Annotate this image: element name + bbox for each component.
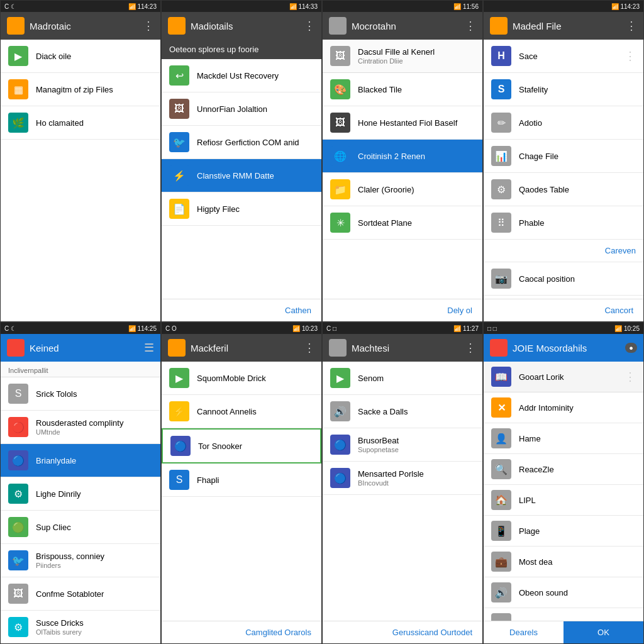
toolbar-title-2: Madiotails [191, 21, 233, 31]
item-title: Confme Sotabloter [36, 589, 153, 599]
panel-bottom-center-left: C O 📶 10:23 Mackferil ⋮ ▶ SquomMoble Dri… [161, 322, 322, 644]
list-item-selected[interactable]: ⚡ Clanstive RMM Datte [162, 159, 321, 192]
list-area-8: ✕ Addr Intominity 👤 Hame 🔍 ReaceZle 🏠 LI… [484, 392, 643, 621]
item-icon: 🔍 [491, 459, 511, 479]
more-options-7[interactable]: ⋮ [465, 341, 476, 355]
list-item-link[interactable]: Careven [484, 240, 643, 262]
list-item[interactable]: ✳ Sortdeat Plane [323, 206, 482, 240]
item-title: Senom [358, 374, 475, 383]
list-item[interactable]: 🎨 Blacked Tile [323, 73, 482, 106]
list-item[interactable]: 📁 Claler (Groorie) [323, 173, 482, 206]
more-options-4[interactable]: ⋮ [626, 19, 637, 33]
list-item[interactable]: ▶ Diack oile [1, 40, 160, 73]
panel-top-left: C ☾ 📶 114:23 Madrotaic ⋮ ▶ Diack oile ▦ … [0, 0, 161, 322]
list-item[interactable]: H Sace ⋮ [484, 40, 643, 73]
item-more[interactable]: ⋮ [625, 49, 636, 63]
app-icon-8 [490, 339, 508, 357]
list-item[interactable]: 🔵 Mensarted Porlsle BIncovudt [323, 462, 482, 495]
list-item[interactable]: 📄 Higpty Filec [162, 192, 321, 226]
list-item[interactable]: 📊 Chage File [484, 140, 643, 173]
toggle-switch[interactable]: ● [625, 343, 637, 353]
item-icon: ▶ [169, 368, 189, 388]
footer-btn-cancel[interactable]: Dearels [484, 621, 564, 643]
list-item-selected[interactable]: 🌐 Croitinish 2 Renen [323, 140, 482, 173]
item-title: Tor Snooker [198, 441, 313, 451]
item-title: Mensarted Porlsle [358, 469, 475, 479]
app-icon-4 [490, 17, 508, 35]
list-item[interactable]: ⚙ Lighe Dinrily [1, 477, 160, 511]
list-item[interactable]: 📷 Caocal position [484, 262, 643, 296]
list-item[interactable]: ✕ Addr Intominity [484, 392, 643, 423]
toolbar-title-3: Mocrotahn [352, 21, 396, 31]
list-item[interactable]: ○ Mostimper [484, 608, 643, 621]
list-item[interactable]: 🖼 Hone Hestanted Fiol Baself [323, 106, 482, 140]
item-title: Lighe Dinrily [36, 489, 153, 499]
more-options-6[interactable]: ⋮ [304, 341, 315, 355]
status-left-8: □ □ [487, 325, 497, 332]
hamburger-menu[interactable]: ☰ [144, 341, 154, 355]
item-title: Stafelity [519, 85, 636, 94]
status-bar-5: C ☾ 📶 114:25 [1, 323, 160, 334]
list-item[interactable]: 🖼 UnnorFian Jolaltion [162, 92, 321, 126]
list-area-6: ▶ SquomMoble Drick ⚡ Cannoot Annelis 🔵 T… [162, 362, 321, 621]
panel-top-center-right: 📶 11:56 Mocrotahn ⋮ 🖼 Dacsul Fille al Ke… [322, 0, 483, 322]
item-icon: 🏠 [491, 490, 511, 510]
list-item[interactable]: 🌿 Ho clamaited [1, 106, 160, 140]
footer-action-4[interactable]: Cancort [484, 299, 643, 321]
list-item[interactable]: ✏ Adotio [484, 106, 643, 140]
footer-btn-ok[interactable]: OK [564, 621, 643, 643]
list-item[interactable]: 🐦 Refiosr Gerfiction COM anid [162, 126, 321, 159]
list-item-selected[interactable]: 🔵 Brianlydale [1, 444, 160, 477]
toolbar-2: Madiotails ⋮ [162, 12, 321, 40]
more-options-1[interactable]: ⋮ [143, 19, 154, 33]
list-item-highlighted[interactable]: 🔵 Tor Snooker [162, 428, 321, 464]
status-right-5: 📶 114:25 [128, 325, 157, 332]
item-icon: ⚡ [169, 401, 189, 421]
list-item[interactable]: ▶ SquomMoble Drick [162, 362, 321, 395]
item-title: Claler (Groorie) [358, 185, 475, 194]
item-title: Refiosr Gerfiction COM anid [197, 138, 314, 147]
list-area-5: S Srick Tolols 🔴 Rousderasted complinty … [1, 377, 160, 643]
item-title: UnnorFian Jolaltion [197, 104, 314, 114]
list-item[interactable]: 💼 Most dea [484, 547, 643, 577]
list-item[interactable]: S Srick Tolols [1, 377, 160, 411]
footer-action-2[interactable]: Cathen [162, 299, 321, 321]
list-item[interactable]: ⚙ Qaodes Table [484, 173, 643, 206]
list-area-4: H Sace ⋮ S Stafelity ✏ Adotio 📊 Chage Fi… [484, 40, 643, 299]
list-item[interactable]: 🔊 Obeon sound [484, 577, 643, 608]
toolbar-title-7: Machtesi [352, 343, 389, 353]
list-item[interactable]: S Stafelity [484, 73, 643, 106]
list-item[interactable]: ↩ Mackdel Ust Recovery [162, 59, 321, 92]
list-item[interactable]: ▦ Managitm of zip Files [1, 73, 160, 106]
list-item[interactable]: 🔴 Rousderasted complinty UMtnde [1, 411, 160, 444]
item-title: Chage File [519, 152, 636, 161]
list-item[interactable]: ▶ Senom [323, 362, 482, 395]
list-item[interactable]: 🔵 BrusorBeat Supopnetase [323, 428, 482, 462]
item-title: Managitm of zip Files [36, 85, 153, 94]
item-icon: 🔵 [170, 436, 191, 456]
list-item[interactable]: 📱 Plage [484, 516, 643, 547]
list-item[interactable]: 👤 Hame [484, 423, 643, 454]
item-icon: ✳ [330, 213, 350, 233]
sub-header-more[interactable]: ⋮ [625, 370, 636, 384]
toolbar-title-1: Madrotaic [30, 21, 71, 31]
item-icon: 💼 [491, 552, 511, 572]
list-item[interactable]: 🔍 ReaceZle [484, 454, 643, 485]
item-icon: 🔴 [8, 417, 28, 437]
more-options-3[interactable]: ⋮ [465, 19, 476, 33]
list-item[interactable]: S Fhapli [162, 464, 321, 497]
more-options-2[interactable]: ⋮ [304, 19, 315, 33]
footer-action-3[interactable]: Dely ol [323, 299, 482, 321]
list-item[interactable]: ⠿ Phable [484, 206, 643, 240]
footer-action-7[interactable]: Gerussicand Ourtodet [323, 621, 482, 643]
sub-header-icon: 📖 [491, 367, 511, 387]
list-item[interactable]: 🐦 Brispouss, conniey Piinders [1, 544, 160, 577]
list-item[interactable]: ⚙ Susce Dricks OlTaibis surery [1, 611, 160, 643]
list-item[interactable]: 🏠 LIPL [484, 485, 643, 516]
footer-action-6[interactable]: Camglited Orarols [162, 621, 321, 643]
status-right-2: 📶 114:33 [289, 3, 318, 10]
list-item[interactable]: ⚡ Cannoot Annelis [162, 395, 321, 428]
list-item[interactable]: 🟢 Sup Cliec [1, 511, 160, 544]
list-item[interactable]: 🔊 Sacke a Dalls [323, 395, 482, 428]
list-item[interactable]: 🖼 Confme Sotabloter [1, 577, 160, 611]
